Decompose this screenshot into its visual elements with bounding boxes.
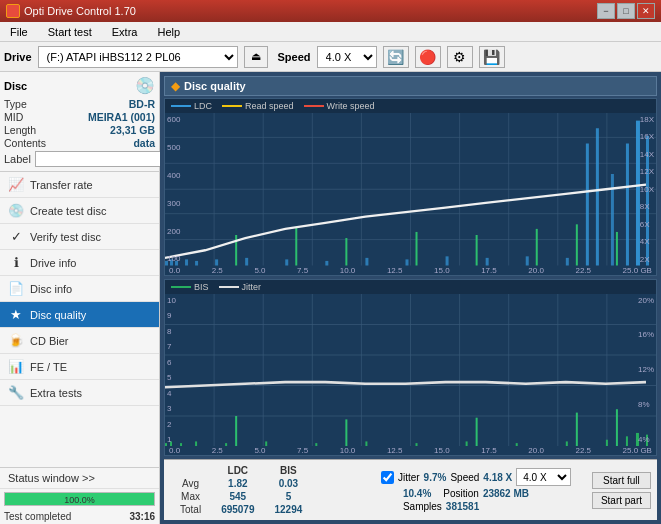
svg-rect-32 bbox=[626, 144, 629, 266]
status-window-label: Status window >> bbox=[8, 472, 95, 484]
nav-cd-bier[interactable]: 🍺 CD Bier bbox=[0, 328, 159, 354]
status-window-button[interactable]: Status window >> bbox=[0, 468, 159, 489]
speed-select[interactable]: 4.0 X bbox=[317, 46, 377, 68]
speed-value: 4.18 X bbox=[483, 472, 512, 483]
position-value: 23862 MB bbox=[483, 488, 529, 499]
app-icon bbox=[6, 4, 20, 18]
menu-extra[interactable]: Extra bbox=[106, 24, 144, 40]
stats-total-label: Total bbox=[170, 503, 211, 516]
svg-rect-42 bbox=[616, 232, 618, 266]
svg-rect-18 bbox=[195, 261, 198, 266]
minimize-button[interactable]: − bbox=[597, 3, 615, 19]
create-test-disc-icon: 💿 bbox=[8, 203, 24, 218]
disc-length-label: Length bbox=[4, 124, 36, 136]
chart-area: ◆ Disc quality LDC Read speed bbox=[160, 72, 661, 524]
chart-ldc-legend: LDC Read speed Write speed bbox=[165, 99, 656, 113]
svg-rect-67 bbox=[566, 441, 568, 446]
nav-disc-quality[interactable]: ★ Disc quality bbox=[0, 302, 159, 328]
chart-bis-svg bbox=[165, 294, 656, 447]
nav-transfer-rate-label: Transfer rate bbox=[30, 179, 93, 191]
stats-max-bis: 5 bbox=[265, 490, 313, 503]
legend-read-label: Read speed bbox=[245, 101, 294, 111]
jitter-checkbox[interactable] bbox=[381, 471, 394, 484]
legend-jitter-label: Jitter bbox=[242, 282, 262, 292]
svg-rect-21 bbox=[285, 259, 288, 265]
start-part-button[interactable]: Start part bbox=[592, 492, 651, 509]
save-button[interactable]: 💾 bbox=[479, 46, 505, 68]
nav-cd-bier-label: CD Bier bbox=[30, 335, 69, 347]
legend-jitter-color bbox=[219, 286, 239, 288]
legend-bis: BIS bbox=[171, 282, 209, 292]
settings-button[interactable]: ⚙ bbox=[447, 46, 473, 68]
samples-value: 381581 bbox=[446, 501, 479, 512]
stats-avg-bis: 0.03 bbox=[265, 477, 313, 490]
svg-rect-66 bbox=[516, 443, 518, 446]
chart-bis-legend: BIS Jitter bbox=[165, 280, 656, 294]
disc-label-label: Label bbox=[4, 153, 31, 165]
svg-rect-27 bbox=[526, 256, 529, 265]
nav-transfer-rate[interactable]: 📈 Transfer rate bbox=[0, 172, 159, 198]
speed-select-stats[interactable]: 4.0 X bbox=[516, 468, 571, 486]
stats-total-row: Total 695079 12294 bbox=[170, 503, 312, 516]
nav-drive-info[interactable]: ℹ Drive info bbox=[0, 250, 159, 276]
close-button[interactable]: ✕ bbox=[637, 3, 655, 19]
maximize-button[interactable]: □ bbox=[617, 3, 635, 19]
nav-fe-te[interactable]: 📊 FE / TE bbox=[0, 354, 159, 380]
svg-rect-28 bbox=[566, 258, 569, 266]
position-label: Position bbox=[443, 488, 479, 499]
stats-total-ldc: 695079 bbox=[211, 503, 264, 516]
svg-rect-40 bbox=[536, 229, 538, 266]
drive-select[interactable]: (F:) ATAPI iHBS112 2 PL06 bbox=[38, 46, 238, 68]
stats-avg-row: Avg 1.82 0.03 bbox=[170, 477, 312, 490]
menu-file[interactable]: File bbox=[4, 24, 34, 40]
start-full-button[interactable]: Start full bbox=[592, 472, 651, 489]
col-bis: BIS bbox=[265, 464, 313, 477]
svg-rect-68 bbox=[606, 439, 608, 446]
stats-avg-ldc: 1.82 bbox=[211, 477, 264, 490]
svg-rect-25 bbox=[446, 256, 449, 265]
svg-rect-76 bbox=[616, 409, 618, 446]
legend-ldc-label: LDC bbox=[194, 101, 212, 111]
svg-rect-36 bbox=[295, 227, 297, 265]
jitter-avg: 9.7% bbox=[424, 472, 447, 483]
toolbar: Drive (F:) ATAPI iHBS112 2 PL06 ⏏ Speed … bbox=[0, 42, 661, 72]
disc-type-row: Type BD-R bbox=[4, 98, 155, 110]
menu-help[interactable]: Help bbox=[151, 24, 186, 40]
nav-disc-info[interactable]: 📄 Disc info bbox=[0, 276, 159, 302]
legend-write-label: Write speed bbox=[327, 101, 375, 111]
fe-te-icon: 📊 bbox=[8, 359, 24, 374]
chart2-x-axis: 0.0 2.5 5.0 7.5 10.0 12.5 15.0 17.5 20.0… bbox=[165, 446, 656, 455]
svg-rect-22 bbox=[325, 261, 328, 266]
chart-bis: BIS Jitter bbox=[164, 279, 657, 457]
samples-label: Samples bbox=[403, 501, 442, 512]
stats-total-bis: 12294 bbox=[265, 503, 313, 516]
status-bar-bottom: Status window >> 100.0% Test completed 3… bbox=[0, 467, 159, 524]
sidebar: Disc 💿 Type BD-R MID MEIRA1 (001) Length… bbox=[0, 72, 160, 524]
stats-max-ldc: 545 bbox=[211, 490, 264, 503]
burn-button[interactable]: 🔴 bbox=[415, 46, 441, 68]
menu-start-test[interactable]: Start test bbox=[42, 24, 98, 40]
disc-label-row: Label 🔍 bbox=[4, 151, 155, 167]
stats-right-panel: Jitter 9.7% Speed 4.18 X 4.0 X 10.4% Pos… bbox=[381, 468, 588, 512]
refresh-button[interactable]: 🔄 bbox=[383, 46, 409, 68]
progress-percent: 100.0% bbox=[5, 493, 154, 507]
main-content: Disc 💿 Type BD-R MID MEIRA1 (001) Length… bbox=[0, 72, 661, 524]
nav-extra-tests[interactable]: 🔧 Extra tests bbox=[0, 380, 159, 406]
stats-max-row: Max 545 5 bbox=[170, 490, 312, 503]
disc-length-value: 23,31 GB bbox=[110, 124, 155, 136]
disc-label-input[interactable] bbox=[35, 151, 168, 167]
status-text: Test completed bbox=[4, 511, 71, 522]
speed-label: Speed bbox=[278, 51, 311, 63]
col-ldc: LDC bbox=[211, 464, 264, 477]
disc-mid-row: MID MEIRA1 (001) bbox=[4, 111, 155, 123]
svg-rect-73 bbox=[345, 419, 347, 446]
svg-rect-41 bbox=[576, 224, 578, 265]
disc-mid-label: MID bbox=[4, 111, 23, 123]
title-bar-text: Opti Drive Control 1.70 bbox=[24, 5, 136, 17]
eject-button[interactable]: ⏏ bbox=[244, 46, 268, 68]
nav-create-test-disc[interactable]: 💿 Create test disc bbox=[0, 198, 159, 224]
svg-rect-75 bbox=[576, 412, 578, 446]
nav-verify-test-disc[interactable]: ✓ Verify test disc bbox=[0, 224, 159, 250]
stats-row: LDC BIS Avg 1.82 0.03 bbox=[170, 464, 651, 516]
svg-rect-23 bbox=[365, 258, 368, 266]
